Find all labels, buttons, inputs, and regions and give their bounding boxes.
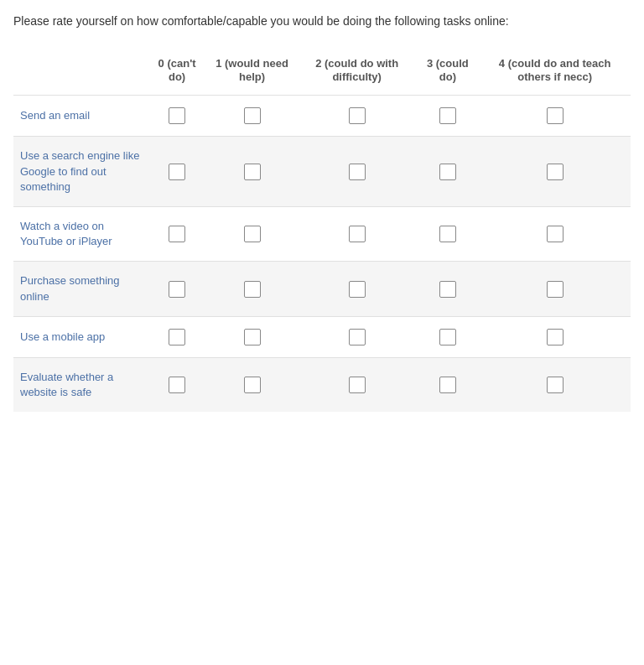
- rating-table: 0 (can't do)1 (would need help)2 (could …: [13, 50, 631, 412]
- checkbox-cell-purchase-online-col4: [479, 262, 631, 316]
- checkbox-purchase-online-col4[interactable]: [547, 281, 564, 298]
- checkbox-cell-evaluate-website-col2: [298, 357, 416, 412]
- checkbox-mobile-app-col0[interactable]: [169, 329, 185, 345]
- checkbox-send-email-col2[interactable]: [349, 107, 366, 124]
- checkbox-send-email-col0[interactable]: [169, 107, 185, 124]
- checkbox-purchase-online-col1[interactable]: [244, 281, 261, 298]
- table-row: Watch a video on YouTube or iPlayer: [13, 206, 631, 261]
- checkbox-search-engine-col0[interactable]: [169, 164, 185, 180]
- checkbox-cell-evaluate-website-col3: [416, 357, 479, 412]
- checkbox-cell-search-engine-col2: [298, 137, 416, 207]
- checkbox-evaluate-website-col1[interactable]: [244, 377, 261, 393]
- checkbox-mobile-app-col3[interactable]: [439, 329, 456, 345]
- checkbox-mobile-app-col1[interactable]: [244, 329, 261, 345]
- checkbox-purchase-online-col0[interactable]: [169, 281, 185, 298]
- checkbox-cell-watch-video-col3: [416, 206, 479, 261]
- checkbox-cell-mobile-app-col2: [298, 316, 416, 357]
- checkbox-search-engine-col2[interactable]: [349, 164, 366, 180]
- column-header-col0: 0 (can't do): [148, 50, 206, 96]
- checkbox-evaluate-website-col4[interactable]: [547, 377, 564, 393]
- checkbox-watch-video-col0[interactable]: [169, 226, 185, 242]
- checkbox-cell-send-email-col1: [206, 96, 298, 137]
- task-label-evaluate-website: Evaluate whether a website is safe: [13, 357, 148, 412]
- checkbox-cell-evaluate-website-col1: [206, 357, 298, 412]
- checkbox-cell-mobile-app-col1: [206, 316, 298, 357]
- checkbox-cell-watch-video-col4: [479, 206, 631, 261]
- checkbox-cell-purchase-online-col2: [298, 262, 416, 316]
- checkbox-cell-watch-video-col0: [148, 206, 206, 261]
- checkbox-search-engine-col3[interactable]: [439, 164, 456, 180]
- task-label-watch-video: Watch a video on YouTube or iPlayer: [13, 206, 148, 261]
- task-label-send-email: Send an email: [13, 96, 148, 137]
- table-row: Send an email: [13, 96, 631, 137]
- checkbox-cell-search-engine-col1: [206, 137, 298, 207]
- checkbox-cell-send-email-col0: [148, 96, 206, 137]
- checkbox-cell-evaluate-website-col0: [148, 357, 206, 412]
- intro-text: Please rate yourself on how comfortable/…: [13, 13, 631, 30]
- checkbox-search-engine-col4[interactable]: [547, 164, 564, 180]
- table-row: Purchase something online: [13, 262, 631, 316]
- checkbox-mobile-app-col2[interactable]: [349, 329, 366, 345]
- checkbox-send-email-col3[interactable]: [439, 107, 456, 124]
- checkbox-watch-video-col2[interactable]: [349, 226, 366, 242]
- checkbox-cell-evaluate-website-col4: [479, 357, 631, 412]
- checkbox-cell-search-engine-col4: [479, 137, 631, 207]
- checkbox-cell-watch-video-col2: [298, 206, 416, 261]
- checkbox-cell-search-engine-col0: [148, 137, 206, 207]
- column-header-task: [13, 50, 148, 96]
- checkbox-watch-video-col3[interactable]: [439, 226, 456, 242]
- checkbox-evaluate-website-col3[interactable]: [439, 377, 456, 393]
- checkbox-watch-video-col1[interactable]: [244, 226, 261, 242]
- checkbox-mobile-app-col4[interactable]: [547, 329, 564, 345]
- task-label-mobile-app: Use a mobile app: [13, 316, 148, 357]
- checkbox-cell-send-email-col4: [479, 96, 631, 137]
- checkbox-purchase-online-col3[interactable]: [439, 281, 456, 298]
- column-header-col2: 2 (could do with difficulty): [298, 50, 416, 96]
- checkbox-send-email-col1[interactable]: [244, 107, 261, 124]
- checkbox-evaluate-website-col0[interactable]: [169, 377, 185, 393]
- checkbox-cell-mobile-app-col3: [416, 316, 479, 357]
- checkbox-cell-purchase-online-col3: [416, 262, 479, 316]
- checkbox-purchase-online-col2[interactable]: [349, 281, 366, 298]
- checkbox-cell-purchase-online-col1: [206, 262, 298, 316]
- checkbox-cell-search-engine-col3: [416, 137, 479, 207]
- checkbox-watch-video-col4[interactable]: [547, 226, 564, 242]
- checkbox-search-engine-col1[interactable]: [244, 164, 261, 180]
- checkbox-evaluate-website-col2[interactable]: [349, 377, 366, 393]
- checkbox-cell-purchase-online-col0: [148, 262, 206, 316]
- checkbox-cell-send-email-col3: [416, 96, 479, 137]
- checkbox-cell-mobile-app-col4: [479, 316, 631, 357]
- task-label-purchase-online: Purchase something online: [13, 262, 148, 316]
- checkbox-cell-watch-video-col1: [206, 206, 298, 261]
- checkbox-send-email-col4[interactable]: [547, 107, 564, 124]
- checkbox-cell-send-email-col2: [298, 96, 416, 137]
- column-header-col4: 4 (could do and teach others if necc): [479, 50, 631, 96]
- task-label-search-engine: Use a search engine like Google to find …: [13, 137, 148, 207]
- table-row: Evaluate whether a website is safe: [13, 357, 631, 412]
- table-row: Use a search engine like Google to find …: [13, 137, 631, 207]
- checkbox-cell-mobile-app-col0: [148, 316, 206, 357]
- column-header-col3: 3 (could do): [416, 50, 479, 96]
- column-header-col1: 1 (would need help): [206, 50, 298, 96]
- table-row: Use a mobile app: [13, 316, 631, 357]
